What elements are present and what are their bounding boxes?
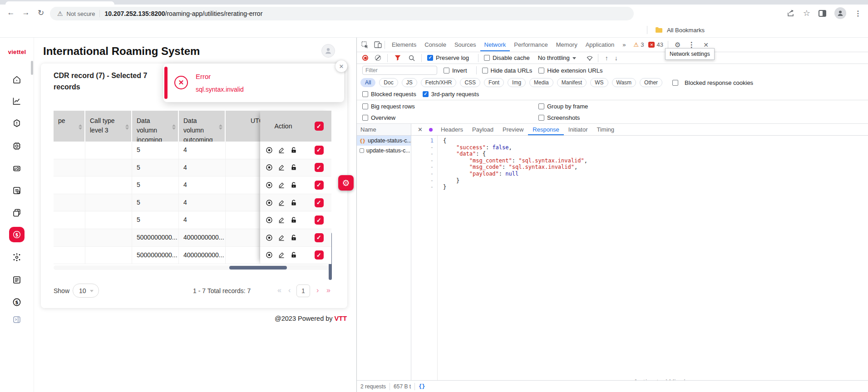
edit-icon[interactable] <box>278 181 285 189</box>
view-icon[interactable] <box>266 147 273 154</box>
chip-gear-icon[interactable] <box>12 141 22 151</box>
response-tab-payload[interactable]: Payload <box>468 124 498 135</box>
devtools-tab-performance[interactable]: Performance <box>510 38 552 51</box>
response-tab-headers[interactable]: Headers <box>436 124 468 135</box>
filter-chip-wasm[interactable]: Wasm <box>612 78 636 87</box>
unlock-icon[interactable] <box>290 216 297 224</box>
row-checkbox[interactable]: ✓ <box>315 181 324 190</box>
unlock-icon[interactable] <box>290 181 297 189</box>
response-tab-preview[interactable]: Preview <box>498 124 528 135</box>
name-column-header[interactable]: Name <box>357 124 411 136</box>
filter-chip-css[interactable]: CSS <box>460 78 480 87</box>
reload-button[interactable]: ↻ <box>35 8 46 18</box>
edit-icon[interactable] <box>278 147 285 154</box>
close-devtools-icon[interactable]: ✕ <box>703 41 709 49</box>
big-request-rows-checkbox[interactable] <box>362 103 368 109</box>
overview-checkbox[interactable] <box>362 115 368 121</box>
devtools-tab-application[interactable]: Application <box>582 38 619 51</box>
user-avatar[interactable] <box>321 44 335 58</box>
dollar-circle-icon[interactable]: $ <box>12 297 22 307</box>
filter-chip-ws[interactable]: WS <box>590 78 608 87</box>
filter-funnel-icon[interactable] <box>395 55 401 61</box>
column-header[interactable]: pe <box>54 111 85 142</box>
prev-page-button[interactable]: ‹ <box>288 286 291 294</box>
next-page-button[interactable]: › <box>316 286 319 294</box>
close-request-icon[interactable]: ✕ <box>418 126 423 133</box>
filter-chip-font[interactable]: Font <box>484 78 504 87</box>
filter-input[interactable]: Filter <box>362 66 437 75</box>
row-checkbox[interactable]: ✓ <box>315 250 324 260</box>
filter-chip-media[interactable]: Media <box>529 78 553 87</box>
third-party-requests-label[interactable]: 3rd-party requests <box>431 91 479 98</box>
collapse-panel-icon[interactable] <box>12 314 22 324</box>
edit-icon[interactable] <box>278 216 285 224</box>
files-icon[interactable] <box>12 208 22 218</box>
throttling-select[interactable]: No throttling <box>538 54 570 61</box>
not-secure-label[interactable]: Not secure <box>67 10 95 17</box>
request-item[interactable]: update-status-c... <box>357 146 411 156</box>
view-icon[interactable] <box>266 199 273 206</box>
column-header[interactable]: UTC <box>226 111 260 142</box>
toast-close-button[interactable]: ✕ <box>335 60 347 72</box>
third-party-requests-checkbox[interactable] <box>423 91 429 97</box>
more-tabs-button[interactable]: » <box>618 38 630 51</box>
browser-profile-avatar[interactable] <box>834 7 846 19</box>
unlock-icon[interactable] <box>290 147 297 154</box>
column-header[interactable]: Call type level 3 <box>85 111 132 142</box>
blocked-requests-label[interactable]: Blocked requests <box>371 91 416 98</box>
back-button[interactable]: ← <box>5 8 16 17</box>
inspect-element-icon[interactable] <box>361 41 369 49</box>
filter-chip-manifest[interactable]: Manifest <box>557 78 587 87</box>
view-icon[interactable] <box>266 164 273 171</box>
edit-icon[interactable] <box>278 164 285 171</box>
sort-carets[interactable] <box>79 124 82 130</box>
all-bookmarks-button[interactable]: All Bookmarks <box>647 23 705 37</box>
share-icon[interactable] <box>787 9 795 17</box>
sidebar-item-billing-active[interactable]: $ <box>9 227 25 242</box>
network-nodes-icon[interactable] <box>12 252 22 262</box>
unlock-icon[interactable] <box>290 164 297 171</box>
hide-extension-urls-label[interactable]: Hide extension URLs <box>547 67 602 74</box>
row-checkbox[interactable]: ✓ <box>315 233 324 242</box>
export-har-icon[interactable]: ↓ <box>615 54 618 62</box>
warning-count[interactable]: 3 <box>641 41 644 48</box>
row-checkbox[interactable]: ✓ <box>315 216 324 225</box>
view-icon[interactable] <box>266 181 273 189</box>
devtools-tab-memory[interactable]: Memory <box>552 38 582 51</box>
sort-carets[interactable] <box>172 124 176 130</box>
list-icon[interactable] <box>12 275 22 285</box>
side-panel-icon[interactable] <box>819 10 826 17</box>
filter-chip-all[interactable]: All <box>360 78 375 87</box>
view-icon[interactable] <box>266 234 273 241</box>
devtools-tab-elements[interactable]: Elements <box>388 38 420 51</box>
big-request-rows-label[interactable]: Big request rows <box>371 103 415 110</box>
group-by-frame-checkbox[interactable] <box>538 103 544 109</box>
view-icon[interactable] <box>266 251 273 259</box>
record-network-log-icon[interactable] <box>362 55 368 61</box>
first-page-button[interactable]: « <box>277 286 281 294</box>
import-har-icon[interactable]: ↑ <box>605 54 608 62</box>
disable-cache-label[interactable]: Disable cache <box>493 54 530 61</box>
screenshots-label[interactable]: Screenshots <box>547 114 580 121</box>
preserve-log-label[interactable]: Preserve log <box>436 54 469 61</box>
chart-icon[interactable] <box>12 96 22 106</box>
overview-label[interactable]: Overview <box>371 114 395 121</box>
devtools-tab-network[interactable]: Network <box>480 38 510 51</box>
sort-carets[interactable] <box>125 124 129 130</box>
network-conditions-icon[interactable] <box>586 55 593 61</box>
address-bar[interactable]: ⚠ Not secure 10.207.252.135:8200 /roamin… <box>50 7 634 20</box>
clear-network-log-icon[interactable] <box>375 55 381 61</box>
search-icon[interactable] <box>409 55 415 61</box>
filter-chip-other[interactable]: Other <box>640 78 662 87</box>
request-item[interactable]: {}update-status-c... <box>357 136 411 146</box>
browser-menu-icon[interactable]: ⋮ <box>854 9 862 18</box>
table-horizontal-scrollbar[interactable] <box>54 265 331 270</box>
warning-icon[interactable]: ⚠ <box>634 41 639 48</box>
devtools-tab-sources[interactable]: Sources <box>450 38 480 51</box>
filter-chip-img[interactable]: Img <box>508 78 526 87</box>
invert-label[interactable]: Invert <box>452 67 467 74</box>
edit-icon[interactable] <box>278 251 285 259</box>
screenshots-checkbox[interactable] <box>538 115 544 121</box>
disable-cache-checkbox[interactable] <box>484 55 490 61</box>
sidebar-scrollbar[interactable] <box>31 61 33 75</box>
